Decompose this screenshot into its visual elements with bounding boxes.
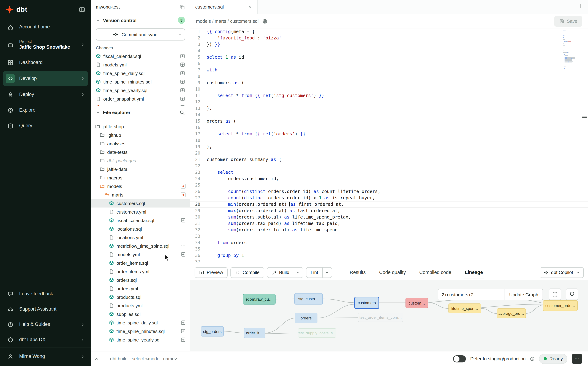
sidebar-item-leave-feedback[interactable]: Leave feedback: [0, 286, 91, 302]
file-tree-item-customers-yml[interactable]: customers.yml: [91, 207, 190, 216]
more-options-button[interactable]: …: [572, 354, 582, 364]
docs-icon[interactable]: [262, 18, 268, 24]
code-editor[interactable]: 1{{ config(meta = {2 'favorite_food': 'p…: [190, 28, 588, 265]
lineage-refresh-button[interactable]: [566, 289, 578, 300]
editor-minimap[interactable]: [563, 30, 584, 70]
sidebar-item-project[interactable]: ProjectJaffle Shop Snowflake: [0, 35, 91, 55]
code-line-8[interactable]: 8: [190, 73, 588, 80]
file-tree-item-time-spine-daily-sql[interactable]: time_spine_daily.sql: [91, 318, 190, 327]
breadcrumb-models[interactable]: models: [196, 18, 211, 24]
sidebar-item-deploy[interactable]: Deploy: [0, 87, 91, 102]
lineage-node-stg-custo[interactable]: stg_custo…: [294, 293, 323, 305]
file-tree-item-locations-yml[interactable]: locations.yml: [91, 233, 190, 242]
code-line-13[interactable]: 13),: [190, 105, 588, 112]
plus-square-icon[interactable]: [180, 62, 185, 67]
sidebar-item-mirna-wong[interactable]: Mirna Wong: [0, 348, 91, 365]
lint-button[interactable]: Lint: [306, 267, 332, 278]
file-tree-item-models-yml[interactable]: models.yml: [91, 250, 190, 259]
code-line-23[interactable]: 23 select: [190, 169, 588, 175]
file-tree-item-marts[interactable]: marts: [91, 191, 190, 199]
file-tree-item-jaffle-data[interactable]: jaffle-data: [91, 165, 190, 173]
update-graph-button[interactable]: Update Graph: [505, 289, 543, 300]
code-line-2[interactable]: 2 'favorite_food': 'pizza': [190, 35, 588, 41]
code-line-19[interactable]: 19),: [190, 144, 588, 150]
file-tree-item-order-items-yml[interactable]: order_items.yml: [91, 267, 190, 276]
editor-scrollbar-thumb[interactable]: [582, 116, 587, 118]
save-button[interactable]: Save: [554, 16, 582, 26]
lineage-node-order-it[interactable]: order_it…: [244, 328, 265, 338]
sidebar-item-account-home[interactable]: Account home: [0, 19, 91, 35]
code-line-32[interactable]: 32 sum(orders.order_total) as lifetime_s…: [190, 227, 588, 233]
code-line-36[interactable]: 36 group by 1: [190, 252, 588, 259]
code-line-27[interactable]: 27 count(distinct orders.order_id) > 1 a…: [190, 195, 588, 201]
code-line-15[interactable]: 15orders as (: [190, 118, 588, 124]
file-tree-item-models[interactable]: models: [91, 182, 190, 191]
code-line-31[interactable]: 31 sum(orders.tax_paid) as lifetime_tax_…: [190, 220, 588, 227]
commit-and-sync-button[interactable]: Commit and sync: [96, 28, 185, 40]
build-button[interactable]: Build: [267, 267, 303, 278]
code-line-35[interactable]: 35: [190, 246, 588, 252]
file-tree-item-github[interactable]: .github: [91, 131, 190, 139]
file-tree-item-fiscal-calendar-sql[interactable]: fiscal_calendar.sql: [91, 216, 190, 225]
file-tree-item-customers-sql[interactable]: customers.sql: [91, 199, 190, 207]
lineage-node-average-ord[interactable]: average_ord…: [497, 308, 526, 318]
plus-square-icon[interactable]: [180, 79, 185, 84]
file-tree-item-locations-sql[interactable]: locations.sql: [91, 225, 190, 233]
tab-lineage[interactable]: Lineage: [464, 266, 484, 279]
tab-results[interactable]: Results: [349, 266, 366, 279]
plus-square-icon[interactable]: [181, 329, 186, 334]
dbt-copilot-button[interactable]: dbt Copilot: [540, 267, 584, 278]
code-line-4[interactable]: 4: [190, 48, 588, 54]
change-item-time-spine-daily-sql[interactable]: time_spine_daily.sql: [91, 69, 190, 77]
change-item-fiscal-calendar-sql[interactable]: fiscal_calendar.sql: [91, 52, 190, 61]
plus-square-icon[interactable]: [180, 96, 185, 101]
plus-square-icon[interactable]: [180, 71, 185, 76]
copy-icon[interactable]: [179, 4, 185, 10]
sidebar-item-dbt-labs-dx[interactable]: dbt Labs DX: [0, 332, 91, 348]
code-line-10[interactable]: 10: [190, 86, 588, 92]
lint-options-button[interactable]: [322, 267, 332, 277]
close-icon[interactable]: [248, 5, 253, 9]
command-input[interactable]: dbt build --select <model_name>: [110, 356, 177, 361]
code-line-9[interactable]: 9customers as (: [190, 80, 588, 86]
lineage-node-customers[interactable]: customers: [354, 297, 379, 309]
code-line-5[interactable]: 5select 1 as id: [190, 54, 588, 61]
breadcrumb-customers-sql[interactable]: customers.sql: [230, 18, 259, 24]
file-tree-item-time-spine-yearly-sql[interactable]: time_spine_yearly.sql: [91, 336, 190, 344]
kebab-icon[interactable]: [181, 244, 186, 248]
file-tree-item-products-yml[interactable]: products.yml: [91, 301, 190, 310]
lineage-fullscreen-button[interactable]: [549, 289, 561, 300]
sidebar-item-develop[interactable]: Develop: [3, 71, 88, 86]
lineage-node-orders[interactable]: orders: [295, 313, 317, 323]
code-line-7[interactable]: 7with: [190, 67, 588, 73]
version-control-header[interactable]: Version control 8: [91, 14, 190, 26]
lineage-node-lifetime-spen[interactable]: lifetime_spen…: [448, 304, 481, 313]
sidebar-item-query[interactable]: Query: [0, 118, 91, 134]
code-line-14[interactable]: 14: [190, 112, 588, 118]
plus-square-icon[interactable]: [181, 218, 186, 223]
file-tree-item-order-items-sql[interactable]: order_items.sql: [91, 259, 190, 267]
code-line-20[interactable]: 20: [190, 150, 588, 156]
code-line-24[interactable]: 24 orders.customer_id,: [190, 175, 588, 182]
file-tree-item-time-spine-minutes-sql[interactable]: time_spine_minutes.sql: [91, 327, 190, 336]
code-line-18[interactable]: 18: [190, 137, 588, 144]
change-item-order-snapshot-yml[interactable]: order_snapshot.yml: [91, 94, 190, 103]
lineage-node-test-order-items-com[interactable]: test_order_items_com…: [358, 313, 403, 322]
sidebar-item-dashboard[interactable]: Dashboard: [0, 55, 91, 70]
tab-compiled-code[interactable]: Compiled code: [419, 266, 452, 279]
plus-square-icon[interactable]: [180, 105, 185, 106]
file-tree-item-metricflow-time-spine-sql[interactable]: metricflow_time_spine.sql: [91, 242, 190, 250]
code-line-29[interactable]: 29 max(orders.ordered_at) as last_ordere…: [190, 207, 588, 214]
tab-customers-sql[interactable]: customers.sql: [190, 0, 258, 14]
code-line-25[interactable]: 25: [190, 182, 588, 188]
file-tree-item-orders-sql[interactable]: orders.sql: [91, 276, 190, 284]
file-tree-item-supplies-sql[interactable]: supplies.sql: [91, 310, 190, 318]
file-tree-item-orders-yml[interactable]: orders.yml: [91, 284, 190, 293]
lineage-node-test-supply-costs-s[interactable]: test_supply_costs_s…: [298, 328, 336, 338]
lineage-node-ecom-raw-cu[interactable]: ecom.raw_cu…: [243, 294, 275, 305]
sidebar-item-explore[interactable]: Explore: [0, 102, 91, 118]
code-line-6[interactable]: 6: [190, 61, 588, 67]
lineage-node-stg-orders[interactable]: stg_orders: [201, 326, 224, 336]
code-line-33[interactable]: 33: [190, 233, 588, 239]
file-explorer-header[interactable]: File explorer: [91, 106, 190, 119]
